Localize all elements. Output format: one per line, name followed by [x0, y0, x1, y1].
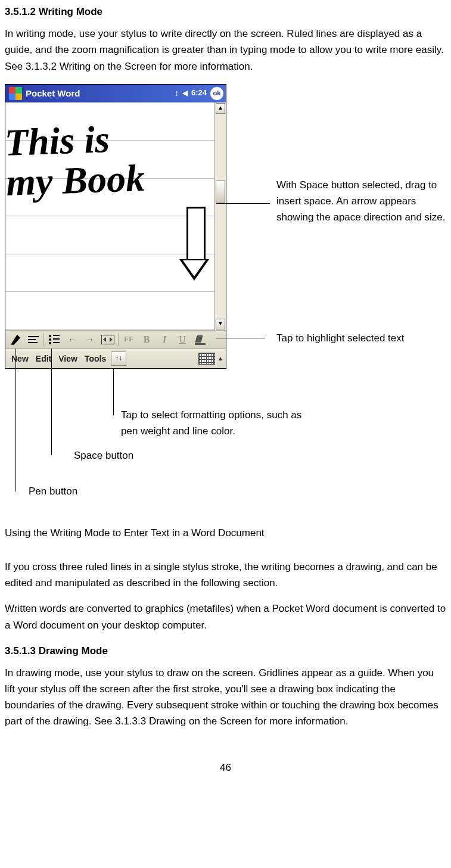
scroll-down-icon[interactable]: ▼ [216, 319, 225, 329]
bold-button[interactable]: B [138, 332, 155, 347]
paragraph: Written words are converted to graphics … [5, 601, 446, 633]
volume-icon[interactable] [182, 87, 188, 99]
space-arrow-indicator [178, 207, 210, 284]
handwriting-sample: This is my Book [4, 118, 145, 203]
vertical-scrollbar[interactable]: ▲ ▼ [214, 102, 226, 330]
keyboard-icon[interactable] [198, 353, 215, 365]
writing-canvas[interactable]: This is my Book [5, 102, 214, 330]
callout-pen-button: Pen button [29, 483, 77, 499]
menu-new[interactable]: New [8, 352, 32, 365]
font-button[interactable]: FF [120, 332, 138, 347]
title-bar: Pocket Word 6:24 ok [5, 85, 226, 102]
scroll-thumb[interactable] [216, 181, 225, 203]
figure-area: Pocket Word 6:24 ok This is my Book [5, 84, 446, 507]
underline-button[interactable]: U [173, 332, 191, 347]
callout-space-drag: With Space button selected, drag to inse… [276, 177, 451, 226]
highlight-icon [195, 334, 206, 345]
section-heading: 3.5.1.3 Drawing Mode [5, 643, 446, 659]
subheading: Using the Writing Mode to Enter Text in … [5, 525, 446, 541]
ok-button[interactable]: ok [210, 87, 223, 100]
page-number: 46 [5, 760, 446, 776]
callout-tools: Tap to select formatting options, such a… [121, 407, 318, 439]
start-icon[interactable] [9, 87, 22, 100]
menu-bar: New Edit View Tools ↑↓ ▲ [5, 349, 226, 368]
bullets-button[interactable] [45, 332, 63, 347]
device-screenshot: Pocket Word 6:24 ok This is my Book [5, 84, 226, 369]
input-panel-caret-icon[interactable]: ▲ [217, 354, 223, 363]
connectivity-icon[interactable] [175, 86, 179, 100]
italic-button[interactable]: I [155, 332, 173, 347]
scroll-up-icon[interactable]: ▲ [216, 103, 225, 114]
bullets-icon [49, 335, 60, 344]
space-icon [101, 335, 114, 344]
space-button[interactable] [99, 332, 117, 347]
clock-time: 6:24 [191, 87, 207, 99]
align-icon [28, 336, 39, 343]
menu-view[interactable]: View [55, 352, 81, 365]
section-paragraph: In drawing mode, use your stylus to draw… [5, 665, 446, 730]
pen-icon [10, 334, 21, 345]
callout-highlight: Tap to highlight selected text [276, 330, 405, 346]
section-heading: 3.5.1.2 Writing Mode [5, 4, 446, 20]
section-paragraph: In writing mode, use your stylus to writ… [5, 26, 446, 74]
pen-button[interactable] [7, 332, 24, 347]
outdent-button[interactable]: ← [63, 332, 81, 347]
menu-arrows-button[interactable]: ↑↓ [111, 351, 126, 366]
app-title: Pocket Word [26, 86, 80, 101]
paragraph: If you cross three ruled lines in a sing… [5, 559, 446, 591]
align-button[interactable] [24, 332, 42, 347]
format-toolbar: ← → FF B I U [5, 330, 226, 349]
callout-space-button: Space button [74, 447, 133, 463]
menu-tools[interactable]: Tools [81, 352, 110, 365]
indent-button[interactable]: → [81, 332, 99, 347]
highlight-button[interactable] [191, 332, 209, 347]
